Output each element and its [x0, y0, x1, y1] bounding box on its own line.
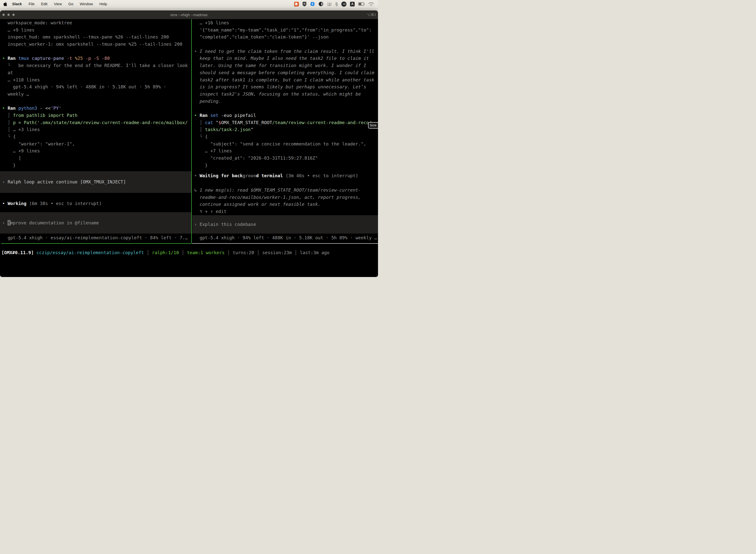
text-segment: [OMX#0.11.9]: [1, 250, 34, 255]
text-segment: └: [8, 63, 13, 68]
text-segment: │: [8, 113, 13, 118]
text-segment: ↳: [194, 187, 200, 192]
blue-bolt-badge-icon[interactable]: [310, 1, 315, 6]
text-segment: {: [13, 134, 16, 139]
terminal-line: [194, 105, 378, 112]
text-segment: d terminal: [256, 173, 286, 178]
macos-menubar: Slack File Edit View Go Window Help: [0, 0, 378, 8]
text-segment: from pathlib import Path: [13, 113, 77, 118]
hook-squiggle-icon[interactable]: §: [335, 1, 338, 7]
terminal-line: readme-and-reco/mailbox/worker-1.json, a…: [194, 194, 378, 201]
text-segment: •: [194, 49, 200, 54]
text-segment: /team/review-current-readme-and-reco/: [272, 120, 372, 125]
text-segment: <<: [45, 106, 51, 111]
terminal-line: task2 after task1 is complete, but can I…: [194, 76, 378, 84]
window-shortcut-hint: ⌥⌘1: [367, 10, 376, 19]
text-segment: 1 new msg(s): read $OMX_TEAM_STATE_ROOT/…: [200, 187, 361, 192]
chat-app-icon[interactable]: [294, 2, 299, 6]
battery-icon[interactable]: [358, 2, 365, 6]
menubar-item-view[interactable]: View: [51, 0, 65, 8]
terminal-line: │ from pathlib import Path: [2, 112, 191, 119]
text-segment: '{"team_name":"my-team","task_id":"1","f…: [200, 27, 372, 33]
tmux-terminal: workspace_mode: worktree… +9 linesinspec…: [0, 19, 378, 277]
spacer: [194, 169, 378, 172]
countdown-badge[interactable]: ..61: [341, 1, 346, 7]
inactive-pane-border: [192, 243, 378, 244]
text-segment: ⌥ + ↑ edit: [194, 209, 227, 214]
text-segment: keep that in mind. Maybe I also need the…: [200, 56, 369, 61]
dots-grid-icon[interactable]: [327, 1, 332, 6]
text-segment: •: [194, 113, 200, 118]
terminal-line: │ cat "$OMX_TEAM_STATE_ROOT/team/review-…: [194, 119, 378, 126]
text-segment: continue assigned work or next feasible …: [200, 202, 321, 207]
menubar-item-help[interactable]: Help: [96, 0, 110, 8]
terminal-line: }: [2, 162, 191, 169]
menubar-status-icons: § ..61 A: [294, 1, 378, 7]
prompt-input[interactable]: › Ralph loop active continue [OMX_TMUX_I…: [0, 171, 191, 193]
text-segment: %25: [75, 56, 85, 61]
text-segment: (3m 46s • esc to interrupt): [286, 173, 358, 178]
text-segment: │: [8, 127, 13, 132]
text-segment: inspect task2's JSON, focusing on the st…: [200, 91, 361, 97]
menubar-item-file[interactable]: File: [25, 0, 38, 8]
pane-divider[interactable]: [191, 19, 192, 243]
text-segment: │: [179, 250, 187, 255]
text-segment: … +7 lines: [200, 148, 232, 153]
text-segment: readme-and-reco/mailbox/worker-1.json, a…: [200, 195, 361, 200]
text-segment: OMX_TEAM_STATE_ROOT: [221, 120, 272, 125]
text-segment: session:23m: [262, 250, 292, 255]
text-segment: │: [8, 120, 13, 125]
terminal-line: keep that in mind. Maybe I also need the…: [194, 55, 378, 62]
text-segment: }: [200, 163, 208, 168]
text-segment: │: [254, 250, 262, 255]
text-segment: tasks/task-2.json: [205, 127, 251, 132]
terminal-line: is in progress? It seems likely but perh…: [194, 84, 378, 91]
prompt-input[interactable]: › Explain this codebase: [192, 215, 378, 234]
terminal-line: › Improve documentation in @filename: [2, 219, 191, 227]
text-segment: •: [194, 173, 200, 178]
terminal-line: … +9 lines: [2, 26, 191, 34]
text-segment: "created_at": "2026-03-31T11:59:27.816Z": [200, 155, 318, 161]
text-segment: Ralph loop active continue [OMX_TMUX_INJ…: [8, 179, 126, 184]
terminal-line: inspect_worker-1: omx sparkshell --tmux-…: [2, 41, 191, 48]
menubar-menus: Slack File Edit View Go Window Help: [0, 0, 110, 8]
tmux-pane-right[interactable]: … +16 lines'{"team_name":"my-team","task…: [192, 19, 378, 243]
text-segment: ]: [8, 155, 21, 161]
menubar-item-edit[interactable]: Edit: [38, 0, 51, 8]
terminal-line: … +110 lines: [2, 76, 191, 84]
text-segment: •: [2, 106, 8, 111]
crescent-circle-icon[interactable]: [318, 1, 323, 6]
keyboard-input-icon[interactable]: A: [350, 2, 355, 6]
terminal-line: │ p = Path('.omx/state/team/review-curre…: [2, 119, 191, 126]
terminal-line: … +9 lines: [2, 148, 191, 155]
menubar-item-window[interactable]: Window: [77, 0, 96, 8]
terminal-line: │ tasks/task-2.json": [194, 126, 378, 133]
spacer: [2, 207, 191, 212]
text-segment: ›: [2, 179, 8, 184]
terminal-line: gpt-5.4 xhigh · essay/ai-reimplementatio…: [2, 234, 191, 241]
tmux-pane-left[interactable]: workspace_mode: worktree… +9 linesinspec…: [0, 19, 191, 243]
shield-icon[interactable]: [302, 1, 307, 6]
text-segment: -t: [67, 56, 75, 61]
text-segment: │: [225, 250, 233, 255]
menubar-app-name[interactable]: Slack: [9, 0, 25, 8]
text-segment: … +16 lines: [200, 20, 229, 25]
terminal-line: ⌥ + ↑ edit: [194, 208, 378, 215]
text-segment: (6m 38s • esc to interrupt): [29, 201, 102, 206]
menubar-item-go[interactable]: Go: [65, 0, 76, 8]
spacer: [2, 169, 191, 171]
text-segment: gpt-5.4 xhigh · essay/ai-reimplementatio…: [8, 235, 188, 240]
terminal-line: inspect task2's JSON, focusing on the st…: [194, 91, 378, 98]
terminal-line: weekly …: [2, 91, 191, 98]
text-segment: │: [200, 120, 205, 125]
apple-menu-icon[interactable]: [3, 1, 8, 6]
wifi-icon[interactable]: [368, 2, 374, 6]
window-titlebar[interactable]: omx --xhigh --madmax ⌥⌘1: [0, 10, 378, 19]
terminal-line: └ {: [2, 133, 191, 141]
terminal-line: └ {: [194, 133, 378, 141]
text-segment: Ran: [8, 56, 18, 61]
text-segment: ›: [2, 220, 8, 225]
prompt-input[interactable]: › Improve documentation in @filename: [0, 212, 191, 234]
terminal-line: }: [194, 162, 378, 169]
text-segment: -euo pipefail: [221, 113, 256, 118]
